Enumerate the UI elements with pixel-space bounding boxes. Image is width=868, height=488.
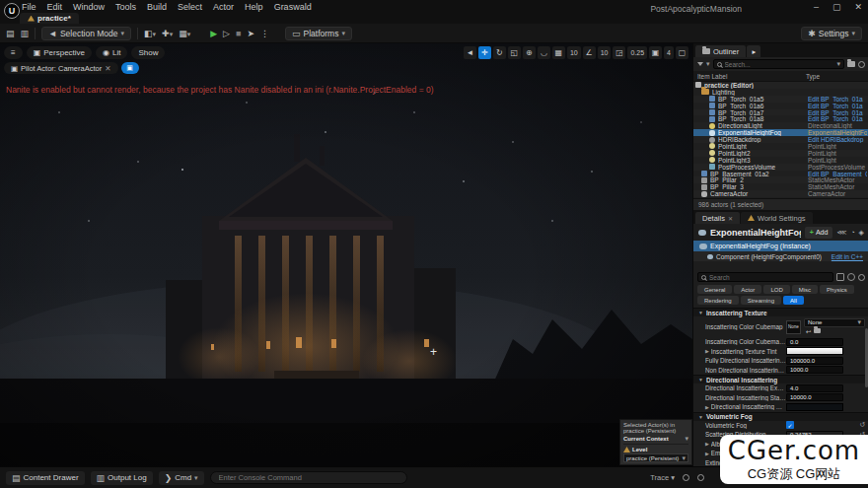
sidebar-toggle-icon[interactable]: ▸ [747, 45, 760, 57]
world-local-toggle-icon[interactable]: ⊕ [523, 46, 536, 59]
outliner-row[interactable]: BP_Basement_01a2 Edit BP_Basement_01 [693, 171, 868, 177]
settings-dropdown[interactable]: ✱ Settings ▾ [801, 27, 862, 40]
perspective-dropdown[interactable]: ▣ Perspective [27, 46, 92, 59]
outliner-row[interactable]: Lighting [693, 89, 868, 96]
outliner-row[interactable]: BP_Torch_01a8 Edit BP_Torch_01a [693, 115, 868, 122]
close-button[interactable]: ✕ [854, 2, 862, 12]
cubemap-asset-dropdown[interactable]: None ▾ [804, 318, 865, 327]
menu-graswald[interactable]: Graswald [274, 2, 312, 12]
details-settings-icon[interactable] [858, 274, 865, 281]
outliner-row[interactable]: BP_Torch_01a7 Edit BP_Torch_01a [693, 109, 868, 116]
chip-actor[interactable]: Actor [734, 285, 761, 294]
level-viewport[interactable]: ≡ ▣ Perspective ◉ Lit Show ◄ ✛ ↻ ◱ ⊕ ◡ ▦… [0, 43, 692, 466]
chevron-right-icon[interactable]: ▶ [705, 441, 709, 447]
selection-mode-dropdown[interactable]: ◄ Selection Mode ▾ [41, 27, 131, 40]
tint-color-swatch[interactable] [786, 347, 843, 355]
tab-outliner[interactable]: Outliner [695, 45, 746, 57]
edit-in-cpp-link[interactable]: Edit in C++ [832, 253, 863, 260]
component-row[interactable]: Component (HeightFogComponent0) Edit in … [693, 251, 868, 261]
chip-all[interactable]: All [783, 296, 804, 305]
launch-icon[interactable]: ➤ [247, 29, 254, 38]
stop-icon[interactable]: ■ [236, 29, 241, 38]
outliner-row[interactable]: PointLight PointLight [693, 143, 868, 150]
reset-to-default-icon[interactable]: ↺ [859, 421, 865, 429]
chevron-right-icon[interactable]: ▶ [705, 348, 709, 354]
scale-tool-icon[interactable]: ◱ [508, 46, 521, 59]
rotation-snap-icon[interactable]: ∠ [583, 46, 596, 59]
save-icon[interactable]: ▤ [6, 29, 15, 38]
view-mode-dropdown[interactable]: ◉ Lit [96, 46, 127, 59]
play-from-here-icon[interactable]: ▷ [223, 29, 230, 38]
scale-snap-icon[interactable]: ◲ [613, 46, 625, 59]
menu-actor[interactable]: Actor [213, 2, 234, 12]
chevron-down-icon[interactable]: ▾ [706, 60, 710, 68]
directional-start-distance-input[interactable]: 10000.0 [786, 393, 843, 401]
content-drawer-button[interactable]: ▤ Content Drawer [6, 471, 85, 485]
pilot-actor-pill[interactable]: ▣ Pilot Actor: CameraActor ✕ [4, 62, 118, 74]
grid-snap-value[interactable]: 10 [567, 46, 581, 59]
maximize-button[interactable]: ▢ [832, 2, 841, 12]
asset-thumbnail[interactable]: None [786, 320, 801, 334]
display-filter-icon[interactable] [836, 273, 844, 281]
outliner-row[interactable]: PointLight2 PointLight [693, 150, 868, 157]
show-dropdown[interactable]: Show [131, 46, 165, 59]
chip-general[interactable]: General [697, 285, 732, 294]
add-component-button[interactable]: + Add [805, 227, 833, 239]
outliner-settings-icon[interactable] [858, 61, 865, 68]
chip-streaming[interactable]: Streaming [741, 296, 781, 305]
menu-help[interactable]: Help [245, 2, 263, 12]
console-command-input[interactable] [210, 471, 407, 484]
menu-tools[interactable]: Tools [115, 2, 136, 12]
non-directional-distance-input[interactable]: 1000.0 [786, 366, 843, 374]
level-context-select[interactable]: practice (Persistent) ▾ [623, 453, 688, 462]
section-inscattering-texture[interactable]: ▼ Inscattering Texture [693, 308, 868, 316]
outliner-search-input[interactable] [725, 61, 834, 68]
notifications-icon[interactable] [683, 474, 689, 481]
platforms-dropdown[interactable]: ▭ Platforms ▾ [285, 27, 352, 40]
rotate-tool-icon[interactable]: ↻ [493, 46, 506, 59]
favorites-icon[interactable] [847, 273, 855, 281]
camera-speed-icon[interactable]: ▣ [649, 46, 662, 59]
volumetric-fog-checkbox[interactable]: ✓ [786, 421, 794, 429]
unreal-logo-icon[interactable]: U [4, 3, 20, 19]
maximize-viewport-icon[interactable]: ▢ [676, 46, 688, 59]
browse-content-icon[interactable]: ▥ [21, 29, 30, 38]
outliner-row[interactable]: HDRIBackdrop Edit HDRIBackdrop [693, 136, 868, 143]
section-directional-inscattering[interactable]: ▼ Directional Inscattering [693, 375, 868, 383]
directional-exponent-input[interactable]: 4.0 [786, 384, 843, 392]
column-type[interactable]: Type [806, 73, 865, 80]
new-folder-icon[interactable] [847, 61, 855, 67]
browse-asset-icon[interactable] [814, 328, 821, 333]
outliner-row[interactable]: PointLight3 PointLight [693, 157, 868, 164]
menu-build[interactable]: Build [147, 2, 167, 12]
outliner-row[interactable]: BP_Torch_01a5 Edit BP_Torch_01a [693, 96, 868, 103]
directional-color-swatch[interactable] [786, 403, 843, 411]
minimize-button[interactable]: – [814, 2, 819, 12]
menu-file[interactable]: File [22, 2, 36, 12]
outliner-row[interactable]: BP_Torch_01a6 Edit BP_Torch_01a [693, 103, 868, 109]
rotation-snap-value[interactable]: 10 [598, 46, 612, 59]
play-button-icon[interactable]: ▶ [210, 29, 217, 38]
outliner-row[interactable]: BP_Pillar_2 StaticMeshActor [693, 176, 868, 183]
lock-icon[interactable]: ◈ [859, 229, 864, 237]
surface-snap-icon[interactable]: ◡ [538, 46, 550, 59]
details-search-box[interactable] [697, 272, 833, 282]
tab-details[interactable]: Details ✕ [695, 212, 740, 224]
component-hierarchy-icon[interactable]: ⋘ [836, 229, 846, 237]
use-selected-asset-icon[interactable]: ↩ [806, 328, 811, 336]
menu-edit[interactable]: Edit [47, 2, 63, 12]
stop-piloting-icon[interactable]: ✕ [105, 64, 110, 73]
column-item-label[interactable]: Item Label [697, 73, 806, 80]
camera-speed-value[interactable]: 4 [664, 46, 674, 59]
chip-physics[interactable]: Physics [820, 285, 854, 294]
details-search-input[interactable] [709, 274, 830, 281]
blueprints-icon[interactable]: ✚▾ [162, 29, 173, 38]
play-options-icon[interactable]: ⋮ [260, 29, 269, 38]
outliner-row-selected[interactable]: ExponentialHeightFog ExponentialHeightFo… [693, 129, 868, 136]
add-actor-icon[interactable]: ◧▾ [144, 29, 156, 38]
chip-lod[interactable]: LOD [763, 285, 789, 294]
current-context-row[interactable]: Current Context ▾ [623, 435, 688, 445]
instance-row-selected[interactable]: ExponentialHeightFog (Instance) [693, 241, 868, 251]
outliner-row[interactable]: GroupActor_0 GroupActor [693, 197, 868, 198]
chip-rendering[interactable]: Rendering [697, 296, 739, 305]
